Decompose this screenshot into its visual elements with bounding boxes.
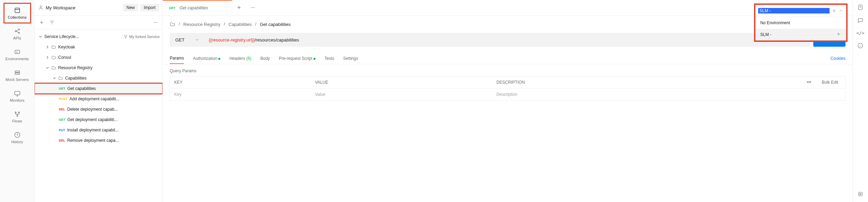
environment-selected[interactable]: SLM -: [758, 8, 830, 13]
url-path: /resources/capabilities: [255, 37, 299, 43]
tree-folder-consul[interactable]: Consul: [35, 52, 162, 63]
tree-request-get-capabilities[interactable]: GET Get capabilities: [35, 83, 162, 94]
tree-label: Get capabilities: [68, 86, 96, 91]
tab-label: Tests: [325, 56, 334, 61]
tree-folder-keycloak[interactable]: Keycloak: [35, 42, 162, 52]
close-icon[interactable]: [832, 8, 836, 13]
params-empty-row[interactable]: Key Value Description: [170, 89, 845, 101]
svg-rect-0: [15, 8, 19, 12]
tree-collection-root[interactable]: Service Lifecycle... My forked Service: [35, 31, 162, 42]
method-badge: DEL: [59, 108, 65, 111]
add-icon[interactable]: [39, 20, 44, 25]
collections-icon: [14, 7, 21, 14]
url-input[interactable]: {{resource-registry.url}}/resources/capa…: [205, 33, 810, 47]
col-description: DESCRIPTION: [492, 76, 800, 89]
env-item-slm[interactable]: SLM -: [755, 29, 846, 40]
crumb-sep: /: [179, 22, 180, 27]
tab-body[interactable]: Body: [260, 53, 270, 64]
nav-history[interactable]: History: [3, 127, 31, 148]
tab-options-button[interactable]: [246, 5, 260, 10]
cookies-link[interactable]: Cookies: [831, 56, 845, 61]
info-icon[interactable]: [857, 43, 863, 49]
chevron-up-icon[interactable]: [839, 8, 843, 13]
tab-authorization[interactable]: Authorization: [193, 53, 220, 64]
svg-point-15: [157, 22, 157, 22]
code-icon[interactable]: </>: [856, 30, 864, 36]
monitors-icon: [14, 90, 21, 97]
tab-tests[interactable]: Tests: [325, 53, 334, 64]
comments-icon[interactable]: [857, 17, 863, 24]
nav-label: Monitors: [10, 98, 24, 102]
svg-point-10: [17, 115, 18, 116]
tab-headers[interactable]: Headers (6): [229, 53, 251, 64]
nav-apis[interactable]: APIs: [3, 24, 31, 44]
nav-label: Mock Servers: [6, 77, 29, 82]
svg-rect-4: [15, 50, 19, 54]
tree-label: Consul: [58, 55, 71, 60]
tree-folder-capabilities[interactable]: Capabilities: [35, 73, 162, 83]
apis-icon: [14, 28, 21, 35]
filter-icon[interactable]: [49, 20, 55, 25]
svg-point-9: [18, 112, 19, 113]
tab-add-button[interactable]: +: [232, 4, 246, 11]
tab-bar: GET Get capabilities +: [163, 0, 852, 16]
fork-label: My forked Service: [129, 35, 160, 39]
cell-value[interactable]: Value: [311, 89, 492, 101]
col-actions[interactable]: •••: [800, 76, 818, 89]
tree-label: Keycloak: [58, 45, 75, 49]
more-icon[interactable]: [153, 20, 158, 25]
new-button[interactable]: New: [123, 4, 138, 11]
svg-point-8: [15, 112, 16, 113]
collections-tree: Service Lifecycle... My forked Service K…: [35, 29, 162, 202]
query-params-heading: Query Params: [163, 64, 852, 76]
tab-prerequest[interactable]: Pre-request Script: [279, 53, 316, 64]
nav-collections[interactable]: Collections: [3, 3, 31, 24]
tree-request-get-deployment[interactable]: GET Get deployment capabiliti...: [35, 114, 162, 125]
nav-monitors[interactable]: Monitors: [3, 86, 31, 107]
indicator-dot: [218, 58, 220, 60]
tree-request-remove-deployment[interactable]: DEL Remove deployment capa...: [35, 135, 162, 146]
docs-icon[interactable]: [857, 4, 863, 10]
tab-label: Pre-request Script: [279, 56, 312, 61]
cell-description[interactable]: Description: [492, 89, 845, 101]
query-params-table: KEY VALUE DESCRIPTION ••• Bulk Edit Key …: [170, 76, 845, 101]
cell-key[interactable]: Key: [170, 89, 311, 101]
workspace-selector[interactable]: My Workspace: [38, 5, 121, 10]
env-item-no-environment[interactable]: No Environment: [755, 17, 846, 29]
import-button[interactable]: Import: [140, 4, 159, 11]
folder-icon: [51, 55, 56, 60]
tree-label: Install deployment capabil...: [67, 128, 118, 132]
nav-mock-servers[interactable]: Mock Servers: [3, 65, 31, 86]
tab-label: Params: [170, 56, 184, 61]
tab-label: Settings: [343, 56, 358, 61]
nav-environments[interactable]: Environments: [3, 44, 31, 65]
folder-dropdown-icon[interactable]: [170, 21, 175, 27]
tab-get-capabilities[interactable]: GET Get capabilities: [163, 0, 232, 15]
tree-request-add-deployment[interactable]: POST Add deployment capabilit...: [35, 94, 162, 104]
nav-flows[interactable]: Flows: [3, 107, 31, 127]
runner-icon[interactable]: [857, 191, 863, 197]
tab-params[interactable]: Params: [170, 53, 184, 64]
folder-icon: [51, 65, 56, 70]
svg-rect-7: [15, 91, 20, 95]
tab-settings[interactable]: Settings: [343, 53, 358, 64]
crumb-capabilities[interactable]: Capabilities: [229, 22, 252, 27]
crumb-resource-registry[interactable]: Resource Registry: [183, 22, 220, 27]
svg-point-14: [155, 22, 156, 22]
tree-request-install-deployment[interactable]: PUT Install deployment capabil...: [35, 125, 162, 135]
method-badge: GET: [169, 6, 176, 10]
tree-folder-resource-registry[interactable]: Resource Registry: [35, 63, 162, 73]
chevron-down-icon: [38, 34, 43, 39]
method-select[interactable]: GET: [170, 33, 205, 47]
chevron-right-icon: [45, 55, 50, 60]
svg-point-1: [15, 30, 16, 31]
sidebar: My Workspace New Import Service Lifecycl…: [35, 0, 163, 202]
folder-icon: [51, 45, 56, 49]
svg-point-18: [125, 38, 126, 38]
fork-info: My forked Service: [124, 35, 160, 39]
tree-request-delete-deployment[interactable]: DEL Delete deployment capab...: [35, 104, 162, 114]
tab-label: Headers: [229, 56, 245, 61]
history-icon: [14, 131, 21, 138]
nav-label: Flows: [12, 119, 22, 123]
bulk-edit-link[interactable]: Bulk Edit: [818, 76, 845, 89]
